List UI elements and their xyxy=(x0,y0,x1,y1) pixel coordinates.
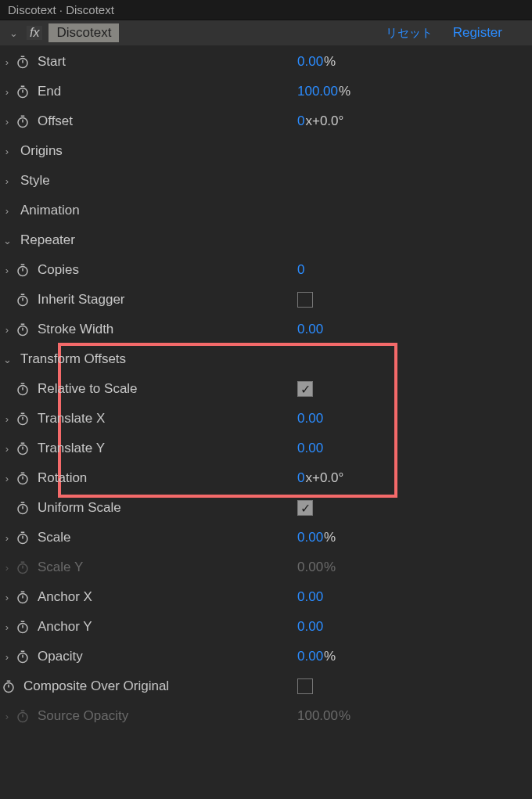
prop-rotation: › Rotation 0x+0.0° xyxy=(0,463,532,493)
prop-label: Anchor X xyxy=(38,589,92,605)
prop-anchor-x: › Anchor X 0.00 xyxy=(0,582,532,612)
prop-copies: › Copies 0 xyxy=(0,255,532,285)
prop-uniform-scale: Uniform Scale ✓ xyxy=(0,493,532,523)
prop-label: Translate Y xyxy=(38,441,105,456)
stopwatch-icon[interactable] xyxy=(14,470,31,487)
stopwatch-icon[interactable] xyxy=(14,648,31,665)
chevron-right-icon[interactable]: › xyxy=(0,175,14,187)
prop-label: Composite Over Original xyxy=(23,678,169,694)
value-copies[interactable]: 0 xyxy=(297,262,304,278)
group-label: Animation xyxy=(20,203,80,218)
value-source-opacity: 100.00 xyxy=(297,708,338,724)
checkbox-relative-to-scale[interactable]: ✓ xyxy=(297,381,313,397)
prop-stroke-width: › Stroke Width 0.00 xyxy=(0,315,532,344)
value-scale[interactable]: 0.00 xyxy=(297,530,323,545)
prop-label: Translate X xyxy=(38,411,105,426)
value-rotation-rev[interactable]: 0 xyxy=(297,470,304,486)
group-label: Repeater xyxy=(20,232,75,248)
prop-label: Relative to Scale xyxy=(38,381,138,397)
reset-link[interactable]: リセット xyxy=(386,26,433,41)
value-opacity[interactable]: 0.00 xyxy=(297,649,323,664)
prop-label: Offset xyxy=(38,113,73,129)
stopwatch-icon[interactable] xyxy=(14,440,31,457)
group-label: Origins xyxy=(20,143,63,159)
stopwatch-icon[interactable] xyxy=(14,53,31,70)
prop-label: Copies xyxy=(38,262,79,278)
group-label: Style xyxy=(20,173,50,189)
chevron-right-icon[interactable]: › xyxy=(0,413,14,425)
stopwatch-icon[interactable] xyxy=(14,321,31,338)
chevron-right-icon[interactable]: › xyxy=(0,205,14,217)
prop-anchor-y: › Anchor Y 0.00 xyxy=(0,612,532,642)
prop-label: Anchor Y xyxy=(38,619,92,635)
prop-end: › End 100.00% xyxy=(0,77,532,106)
prop-offset: › Offset 0x+0.0° xyxy=(0,106,532,136)
effect-header: ⌄ fx Discotext リセット Register xyxy=(0,20,532,45)
stopwatch-icon xyxy=(14,707,31,725)
checkbox-inherit-stagger[interactable] xyxy=(297,292,313,308)
value-translate-x[interactable]: 0.00 xyxy=(297,411,323,426)
value-anchor-y[interactable]: 0.00 xyxy=(297,619,323,635)
stopwatch-icon xyxy=(14,559,31,576)
prop-translate-x: › Translate X 0.00 xyxy=(0,404,532,434)
value-anchor-x[interactable]: 0.00 xyxy=(297,589,323,605)
value-stroke-width[interactable]: 0.00 xyxy=(297,322,323,337)
group-transform-offsets: ⌄ Transform Offsets xyxy=(0,344,532,374)
prop-scale-y: › Scale Y 0.00% xyxy=(0,552,532,582)
prop-label: End xyxy=(38,84,61,99)
chevron-right-icon[interactable]: › xyxy=(0,265,14,276)
chevron-right-icon[interactable]: › xyxy=(0,532,14,544)
stopwatch-icon[interactable] xyxy=(14,618,31,635)
collapse-effect-icon[interactable]: ⌄ xyxy=(6,27,20,39)
stopwatch-icon[interactable] xyxy=(14,83,31,100)
prop-label: Opacity xyxy=(38,649,83,664)
stopwatch-icon[interactable] xyxy=(0,678,17,695)
stopwatch-icon[interactable] xyxy=(14,113,31,130)
chevron-right-icon[interactable]: › xyxy=(0,621,14,633)
register-link[interactable]: Register xyxy=(453,25,502,41)
chevron-right-icon[interactable]: › xyxy=(0,146,14,157)
group-repeater: ⌄ Repeater xyxy=(0,225,532,255)
value-scale-y: 0.00 xyxy=(297,560,323,575)
prop-start: › Start 0.00% xyxy=(0,47,532,77)
chevron-right-icon[interactable]: › xyxy=(0,473,14,484)
chevron-right-icon[interactable]: › xyxy=(0,86,14,98)
panel-titlebar: Discotext · Discotext xyxy=(0,0,532,20)
stopwatch-icon[interactable] xyxy=(14,499,31,516)
chevron-right-icon[interactable]: › xyxy=(0,651,14,663)
prop-composite-over-original: Composite Over Original xyxy=(0,671,532,701)
prop-label: Inherit Stagger xyxy=(38,292,125,308)
chevron-right-icon[interactable]: › xyxy=(0,56,14,68)
chevron-right-icon[interactable]: › xyxy=(0,116,14,128)
stopwatch-icon[interactable] xyxy=(14,529,31,546)
value-end[interactable]: 100.00 xyxy=(297,84,338,99)
value-start[interactable]: 0.00 xyxy=(297,54,323,70)
chevron-down-icon[interactable]: ⌄ xyxy=(0,354,14,365)
prop-label: Stroke Width xyxy=(38,322,113,337)
checkbox-uniform-scale[interactable]: ✓ xyxy=(297,500,313,516)
chevron-right-icon[interactable]: › xyxy=(0,443,14,455)
effect-name[interactable]: Discotext xyxy=(49,23,119,42)
group-label: Transform Offsets xyxy=(20,351,126,367)
stopwatch-icon[interactable] xyxy=(14,261,31,279)
prop-source-opacity: › Source Opacity 100.00% xyxy=(0,701,532,731)
stopwatch-icon[interactable] xyxy=(14,291,31,308)
prop-scale: › Scale 0.00% xyxy=(0,523,532,552)
value-translate-y[interactable]: 0.00 xyxy=(297,441,323,456)
value-offset-rev[interactable]: 0 xyxy=(297,113,304,129)
chevron-down-icon[interactable]: ⌄ xyxy=(0,235,14,247)
prop-translate-y: › Translate Y 0.00 xyxy=(0,434,532,463)
stopwatch-icon[interactable] xyxy=(14,380,31,398)
prop-label: Uniform Scale xyxy=(38,500,121,516)
prop-opacity: › Opacity 0.00% xyxy=(0,642,532,671)
prop-label: Rotation xyxy=(38,470,87,486)
checkbox-composite-over-original[interactable] xyxy=(297,678,313,694)
chevron-right-icon[interactable]: › xyxy=(0,592,14,603)
prop-inherit-stagger: Inherit Stagger xyxy=(0,285,532,315)
stopwatch-icon[interactable] xyxy=(14,588,31,606)
prop-relative-to-scale: Relative to Scale ✓ xyxy=(0,374,532,404)
prop-label: Scale xyxy=(38,530,71,545)
group-origins: › Origins xyxy=(0,136,532,166)
chevron-right-icon[interactable]: › xyxy=(0,324,14,336)
stopwatch-icon[interactable] xyxy=(14,410,31,427)
